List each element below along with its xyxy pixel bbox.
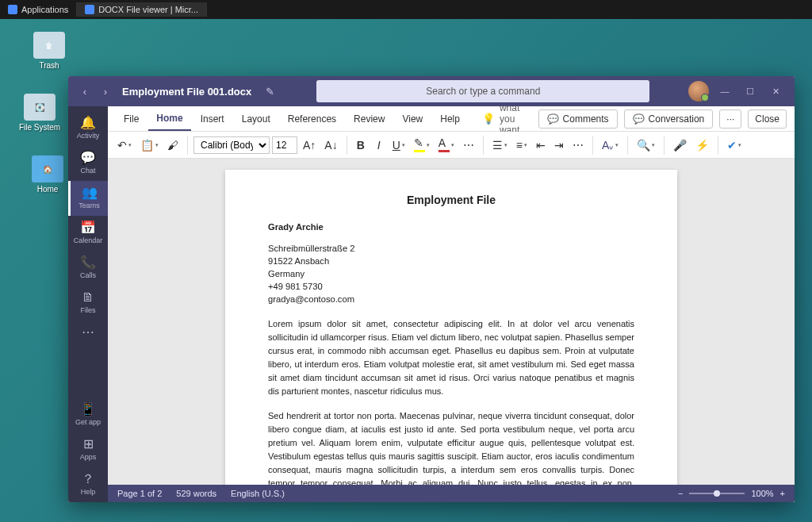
contact-email: gradya@contoso.com	[268, 293, 634, 305]
nav-forward-button[interactable]: ›	[95, 81, 116, 102]
tab-layout[interactable]: Layout	[234, 108, 278, 130]
apps-icon: ⊞	[68, 437, 108, 451]
help-icon: ？	[68, 472, 108, 486]
rail-files[interactable]: 🗎Files	[68, 286, 108, 320]
dictate-button[interactable]: 🎤	[670, 136, 690, 154]
taskbar-window-title: DOCX File viewer | Micr...	[98, 5, 198, 14]
underline-button[interactable]: U▾	[389, 136, 408, 154]
tab-home[interactable]: Home	[148, 107, 190, 131]
font-family-select[interactable]: Calibri (Body)	[193, 136, 270, 154]
paragraph-2: Sed hendrerit at tortor non porta. Maece…	[268, 409, 634, 485]
zoom-slider[interactable]	[689, 493, 745, 494]
document-page[interactable]: Employment File Grady Archie Schreibmüll…	[225, 170, 677, 485]
rail-more[interactable]: ⋯	[68, 320, 108, 347]
shrink-font-icon: A↓	[324, 140, 337, 151]
italic-button[interactable]: I	[371, 136, 387, 154]
search-placeholder: Search or type a command	[426, 86, 540, 97]
indent-button[interactable]: ⇥	[551, 136, 567, 154]
desktop-trash[interactable]: 🗑 Trash	[25, 32, 73, 70]
ideas-button[interactable]: ⚡	[692, 136, 712, 154]
teams-window: ‹ › Employment File 001.docx ✎ Search or…	[68, 76, 795, 502]
tab-references[interactable]: References	[280, 108, 344, 130]
bullets-icon: ☰	[492, 140, 503, 151]
bullets-button[interactable]: ☰▾	[489, 136, 511, 154]
tab-view[interactable]: View	[394, 108, 431, 130]
tab-file[interactable]: File	[116, 108, 147, 130]
comments-button[interactable]: 💬Comments	[538, 109, 618, 129]
tab-review[interactable]: Review	[346, 108, 393, 130]
grid-icon	[8, 5, 17, 14]
popout-icon[interactable]: ✎	[262, 84, 277, 98]
chat-icon: 💬	[68, 151, 108, 165]
desktop-home[interactable]: 🏠 Home	[24, 155, 71, 194]
os-taskbar: Applications DOCX File viewer | Micr...	[0, 0, 812, 19]
undo-button[interactable]: ↶▾	[114, 136, 135, 154]
tab-insert[interactable]: Insert	[193, 108, 232, 130]
contact-country: Germany	[268, 267, 634, 280]
nav-arrows: ‹ ›	[75, 81, 116, 102]
more-para-button[interactable]: ⋯	[569, 136, 587, 154]
find-button[interactable]: 🔍▾	[634, 136, 658, 154]
shrink-font-button[interactable]: A↓	[321, 136, 340, 154]
window-close-button[interactable]: ✕	[763, 79, 788, 103]
rail-calls[interactable]: 📞Calls	[68, 251, 108, 286]
comment-icon: 💬	[547, 113, 559, 125]
mic-icon: 🎤	[673, 140, 687, 151]
phone-icon: 📞	[68, 255, 108, 270]
ellipsis-icon: ⋯	[463, 140, 474, 151]
styles-button[interactable]: Aᵥ▾	[599, 136, 622, 154]
more-font-button[interactable]: ⋯	[460, 136, 477, 154]
rail-get-app[interactable]: 📱Get app	[68, 397, 108, 432]
status-language[interactable]: English (U.S.)	[231, 489, 285, 498]
rail-activity[interactable]: 🔔Activity	[68, 111, 108, 146]
status-page[interactable]: Page 1 of 2	[117, 489, 162, 498]
highlight-button[interactable]: ✎▾	[411, 136, 433, 154]
numbering-button[interactable]: ≡▾	[513, 136, 530, 154]
word-content: File Home Insert Layout References Revie…	[108, 106, 795, 502]
status-words[interactable]: 529 words	[176, 489, 216, 498]
bell-icon: 🔔	[68, 116, 108, 130]
nav-back-button[interactable]: ‹	[75, 81, 95, 102]
formatting-toolbar: ↶▾ 📋▾ 🖌 Calibri (Body) A↑ A↓ B I U▾ ✎▾ A…	[108, 132, 795, 159]
rail-calendar[interactable]: 📅Calendar	[68, 216, 108, 251]
trash-icon: 🗑	[33, 32, 65, 59]
zoom-out-button[interactable]: −	[678, 489, 683, 498]
paragraph-1: Lorem ipsum dolor sit amet, consectetur …	[268, 317, 634, 398]
editor-icon: ✔	[727, 140, 737, 151]
teams-icon: 👥	[71, 186, 108, 200]
zoom-in-button[interactable]: +	[780, 489, 785, 498]
font-size-input[interactable]	[272, 136, 297, 154]
user-avatar[interactable]	[688, 81, 709, 102]
document-title: Employment File	[268, 192, 634, 208]
font-color-button[interactable]: A▾	[435, 136, 458, 154]
tab-help[interactable]: Help	[432, 108, 468, 130]
document-viewport[interactable]: Employment File Grady Archie Schreibmüll…	[108, 159, 795, 485]
window-maximize-button[interactable]: ☐	[737, 79, 763, 103]
bold-button[interactable]: B	[353, 136, 369, 154]
window-minimize-button[interactable]: —	[712, 79, 737, 103]
taskbar-applications[interactable]: Applications	[0, 2, 77, 17]
format-painter-button[interactable]: 🖌	[164, 136, 182, 154]
contact-name: Grady Archie	[268, 221, 634, 233]
ribbon-more-button[interactable]: ···	[719, 109, 741, 129]
rail-apps[interactable]: ⊞Apps	[68, 432, 108, 467]
editor-button[interactable]: ✔▾	[724, 136, 745, 154]
contact-street: Schreibmüllerstraße 2	[268, 242, 634, 255]
grow-font-button[interactable]: A↑	[300, 136, 319, 154]
contact-city: 91522 Ansbach	[268, 255, 634, 267]
rail-help[interactable]: ？Help	[68, 467, 108, 502]
rail-chat[interactable]: 💬Chat	[68, 146, 108, 181]
grow-font-icon: A↑	[303, 140, 316, 151]
mobile-icon: 📱	[68, 402, 108, 416]
doc-icon	[85, 5, 94, 14]
taskbar-window-entry[interactable]: DOCX File viewer | Micr...	[77, 2, 207, 17]
rail-teams[interactable]: 👥Teams	[68, 181, 108, 216]
conversation-button[interactable]: 💬Conversation	[624, 109, 714, 129]
close-button[interactable]: Close	[748, 109, 787, 129]
taskbar-apps-label: Applications	[21, 5, 68, 14]
outdent-button[interactable]: ⇤	[533, 136, 549, 154]
paste-button[interactable]: 📋▾	[137, 136, 162, 154]
desktop-filesystem[interactable]: 💽 File System	[16, 94, 63, 132]
search-input[interactable]: Search or type a command	[316, 80, 649, 102]
file-icon: 🗎	[68, 290, 108, 305]
